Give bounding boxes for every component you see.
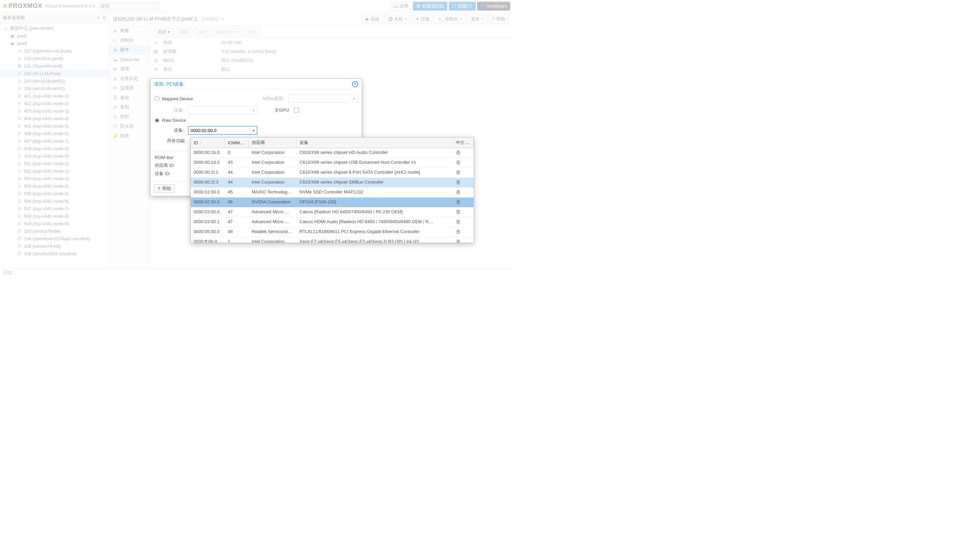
grid-row[interactable]: 0000:00:1b.00Intel CorporationC610/X99 s… — [191, 148, 474, 158]
search-input[interactable] — [98, 2, 160, 10]
raw-device-input[interactable] — [188, 127, 250, 134]
revert-button[interactable]: 还原 — [244, 28, 260, 36]
tree-item-label: 509 (ksp-v341-node-9) — [24, 221, 69, 226]
tree-item[interactable]: 🖥121 (OpenWrt-ext9) — [0, 62, 109, 70]
subnav-item[interactable]: ⇄复制 — [109, 102, 150, 112]
modal-help-button[interactable]: ?帮助 — [154, 184, 175, 193]
grid-row[interactable]: 0000:00:1f.244Intel CorporationC610/X99 … — [191, 168, 474, 178]
breadcrumb-bar: 虚拟机200 (AI-LLM-Prod)在节点'pve9'上 没有标记✎ ▶启动… — [109, 12, 512, 26]
radio-raw-device[interactable] — [155, 118, 159, 123]
tree-item-label: 数据中心 (pve-cluster) — [10, 25, 54, 32]
tree-item[interactable]: 🖥407 (ksp-v341-node-7) — [0, 137, 109, 145]
raw-device-combo[interactable]: ▾ — [188, 126, 257, 135]
tree-item[interactable]: ▣pve8 — [0, 32, 109, 40]
hw-row[interactable]: ▤BIOS默认 (SeaBIOS) — [150, 56, 512, 65]
tree-item[interactable]: 🖥504 (ksp-v341-node-4) — [0, 182, 109, 190]
tree-item[interactable]: 🖥406 (ksp-v341-node-6) — [0, 130, 109, 137]
primary-gpu-checkbox[interactable] — [294, 108, 299, 113]
grid-row[interactable]: 0000:01:00.045MAXIO Technolog…NVMe SSD C… — [191, 188, 474, 198]
tree-item[interactable]: 🖥402 (ksp-v341-node-2) — [0, 100, 109, 107]
subnav-item[interactable]: ≣概要 — [109, 26, 150, 35]
console-button[interactable]: >_控制台▾ — [435, 15, 466, 24]
tree-item[interactable]: 🖥408 (ksp-v341-node-8) — [0, 145, 109, 152]
tree-item[interactable]: 🖥507 (ksp-v341-node-7) — [0, 205, 109, 212]
tree-item[interactable]: 🖥506 (ksp-v341-node-6) — [0, 197, 109, 205]
grid-row[interactable]: 0000:00:1f.344Intel CorporationC610/X99 … — [191, 178, 474, 188]
close-icon[interactable]: ✕ — [352, 81, 358, 87]
col-mediated[interactable]: 中介… — [453, 138, 474, 148]
subnav-item[interactable]: ⎘快照 — [109, 112, 150, 122]
grid-row[interactable]: 0000:03:00.147Advanced Micro …Caicos HDM… — [191, 217, 474, 227]
tree-item[interactable]: 🖥107 (OpenWrt-ext-pve9) — [0, 47, 109, 55]
subnav-item[interactable]: >_控制台 — [109, 35, 150, 45]
grid-row[interactable]: 0000:05:00.048Realtek Semicond…RTL8111/8… — [191, 227, 474, 237]
subnav-label: 备份 — [120, 95, 129, 101]
hw-row[interactable]: ▦处理器8 (2 sockets, 4 cores) [host] — [150, 47, 512, 56]
tree-item[interactable]: 🖥110 (win10-tb-pve9) — [0, 55, 109, 62]
pencil-icon[interactable]: ✎ — [221, 16, 224, 22]
radio-mapped-device[interactable] — [155, 96, 159, 101]
subnav-item[interactable]: 👁监视器 — [109, 83, 150, 93]
tree-item[interactable]: 🖥404 (ksp-v341-node-4) — [0, 115, 109, 122]
chevron-down-icon[interactable]: ▾ — [250, 128, 257, 133]
hw-row[interactable]: ▭内存32.00 GiB — [150, 38, 512, 47]
tree-item[interactable]: 🖥509 (ksp-v341-node-9) — [0, 220, 109, 227]
migrate-button[interactable]: ✈迁移 — [412, 15, 433, 24]
remove-button[interactable]: 移除 — [176, 28, 192, 36]
subnav-item[interactable]: ☁Cloud-Init — [109, 55, 150, 64]
tree-item[interactable]: 🖥401 (ksp-v341-node-1) — [0, 92, 109, 100]
log-bar[interactable]: 日志 — [0, 268, 512, 276]
docs-button[interactable]: 📖文档 — [390, 2, 412, 11]
power-icon: ⏻ — [388, 16, 393, 22]
tree-item[interactable]: 🖥203 (win10-tb-ext01) — [0, 77, 109, 85]
start-button[interactable]: ▶启动 — [362, 15, 383, 24]
col-iommu[interactable]: IOMM… — [225, 138, 249, 148]
tree-item[interactable]: 🖥508 (ksp-v341-node-8) — [0, 212, 109, 220]
tree-item[interactable]: 🗐104 (openeuler2203sp2-cloudinit) — [0, 235, 109, 242]
col-vendor[interactable]: 供应商 — [249, 138, 297, 148]
subnav-item[interactable]: 🛡防火墙 — [109, 122, 150, 131]
tree-item[interactable]: 🖥503 (ksp-v341-node-3) — [0, 175, 109, 182]
tree-item[interactable]: 🖥403 (ksp-v341-node-3) — [0, 107, 109, 115]
chevron-down-icon[interactable]: ▾ — [97, 15, 99, 20]
grid-row[interactable]: 0000:02:00.046NVIDIA CorporationGP104 [P… — [191, 198, 474, 208]
tree-item[interactable]: 🖥200 (AI-LLM-Prod) — [0, 70, 109, 77]
tree-item[interactable]: ≣数据中心 (pve-cluster) — [0, 25, 109, 32]
more-button[interactable]: 更多▾ — [467, 15, 487, 24]
tree-item[interactable]: ▣pve9 — [0, 40, 109, 47]
tree-item[interactable]: 🖥409 (ksp-v341-node-9) — [0, 152, 109, 160]
disk-action-button[interactable]: 磁盘操作▾ — [213, 28, 242, 36]
create-vm-button[interactable]: 🖥创建虚拟机 — [413, 2, 447, 11]
tree-item[interactable]: 🗐103 (centos79x64) — [0, 227, 109, 235]
device-picker-grid[interactable]: ID↑ IOMM… 供应商 设备 中介… 0000:00:1b.00Intel … — [191, 137, 474, 243]
tree-item[interactable]: 🖥204 (win10-tb-ext02) — [0, 85, 109, 92]
grid-row[interactable]: 0000:ff:0b.01Intel CorporationXeon E7 v4… — [191, 237, 474, 243]
shutdown-button[interactable]: ⏻关机▾ — [385, 15, 410, 24]
subnav-icon: 🔑 — [113, 133, 118, 138]
help-button[interactable]: ?帮助 — [488, 15, 509, 24]
subnav-item[interactable]: 🔑权限 — [109, 131, 150, 141]
sidebar-view-select[interactable]: 服务器视图 — [3, 15, 97, 21]
vm-off-icon: 🖥 — [16, 78, 22, 84]
gear-icon[interactable]: ⚙ — [102, 15, 106, 20]
tree-item[interactable]: 🗐106 (centos79-init) — [0, 242, 109, 250]
subnav-item[interactable]: 🗄备份 — [109, 93, 150, 102]
tree-item[interactable]: 🖥405 (ksp-v341-node-5) — [0, 122, 109, 130]
col-id[interactable]: ID↑ — [191, 138, 225, 148]
col-device[interactable]: 设备 — [297, 138, 453, 148]
add-button[interactable]: 添加▾ — [154, 28, 174, 36]
subnav-item[interactable]: ⚙选项 — [109, 64, 150, 74]
tree-item[interactable]: 🗐108 (ubuntu2404-cloudinit) — [0, 250, 109, 257]
subnav-item[interactable]: 🖥硬件 — [109, 45, 150, 55]
grid-row[interactable]: 0000:03:00.047Advanced Micro …Caicos [Ra… — [191, 208, 474, 217]
tree-item[interactable]: 🖥505 (ksp-v341-node-5) — [0, 190, 109, 197]
user-menu-button[interactable]: 👤root@pam — [477, 2, 510, 11]
hw-row[interactable]: 🖥显示默认 — [150, 65, 512, 74]
create-ct-button[interactable]: ⬚创建CT — [449, 2, 476, 11]
tree-item[interactable]: 🖥501 (ksp-v341-node-1) — [0, 160, 109, 167]
subnav-item[interactable]: ≣任务历史 — [109, 74, 150, 83]
hw-value: 默认 (SeaBIOS) — [221, 57, 253, 63]
tree-item[interactable]: 🖥502 (ksp-v341-node-2) — [0, 167, 109, 175]
edit-button[interactable]: 编辑 — [194, 28, 211, 36]
grid-row[interactable]: 0000:00:1d.043Intel CorporationC610/X99 … — [191, 158, 474, 168]
